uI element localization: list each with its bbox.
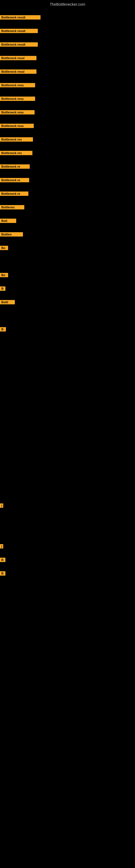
- site-title: TheBottlenecker.com: [0, 0, 135, 8]
- bottleneck-result-label: Bottleneck resu: [0, 124, 34, 128]
- bottleneck-result-label: |: [0, 503, 3, 508]
- bottleneck-badge-6: Bottleneck resu: [0, 83, 35, 88]
- bottleneck-badge-13: Bottleneck re: [0, 178, 29, 183]
- bottleneck-badge-16: Bott: [0, 219, 16, 224]
- bottleneck-badge-4: Bottleneck resul: [0, 56, 37, 61]
- bottleneck-badge-19: Bo: [0, 273, 8, 278]
- bottleneck-result-label: Bottleneck resul: [0, 69, 37, 74]
- bottleneck-badge-1: Bottleneck result: [0, 15, 41, 21]
- bottleneck-result-label: B: [0, 558, 5, 562]
- bottleneck-result-label: Bottleneck result: [0, 42, 38, 46]
- bottleneck-result-label: Bottlenec: [0, 205, 24, 209]
- bottleneck-badge-3: Bottleneck result: [0, 42, 38, 48]
- bottleneck-result-label: Bottleneck res: [0, 137, 33, 142]
- bottleneck-badge-24: |: [0, 544, 3, 550]
- bottleneck-badge-20: B: [0, 286, 5, 292]
- bottleneck-result-label: Bo: [0, 246, 8, 250]
- bottleneck-badge-8: Bottleneck resu: [0, 110, 35, 116]
- bottleneck-badge-25: B: [0, 558, 5, 563]
- bottleneck-badge-14: Bottleneck re: [0, 191, 28, 197]
- bottleneck-result-label: Bottlen: [0, 232, 23, 237]
- bottleneck-result-label: |: [0, 544, 3, 549]
- bottleneck-badge-11: Bottleneck res: [0, 151, 32, 156]
- bottleneck-result-label: B: [0, 571, 5, 576]
- bottleneck-result-label: B: [0, 327, 6, 332]
- bottleneck-result-label: Bottleneck resu: [0, 97, 35, 101]
- bottleneck-badge-5: Bottleneck resul: [0, 69, 37, 75]
- bottleneck-result-label: Bott: [0, 219, 16, 223]
- bottleneck-badge-15: Bottlenec: [0, 205, 24, 211]
- bottleneck-result-label: Bottleneck re: [0, 178, 29, 182]
- bottleneck-result-label: Bottleneck re: [0, 164, 30, 169]
- bottleneck-result-label: Bottleneck result: [0, 15, 41, 20]
- bottleneck-result-label: B: [0, 286, 5, 291]
- bottleneck-badge-12: Bottleneck re: [0, 164, 30, 170]
- bottleneck-result-label: Bottleneck result: [0, 29, 38, 33]
- bottleneck-result-label: Bottleneck resu: [0, 83, 35, 87]
- bottleneck-badge-2: Bottleneck result: [0, 29, 38, 34]
- bottleneck-result-label: Bottleneck resul: [0, 56, 37, 60]
- bottleneck-badge-7: Bottleneck resu: [0, 97, 35, 102]
- bottleneck-result-label: Bottl: [0, 300, 15, 304]
- bottleneck-badge-18: Bo: [0, 246, 8, 251]
- bottleneck-badge-9: Bottleneck resu: [0, 124, 34, 129]
- bottleneck-badge-10: Bottleneck res: [0, 137, 33, 143]
- bottleneck-result-label: Bottleneck res: [0, 151, 32, 155]
- bottleneck-result-label: Bottleneck resu: [0, 110, 35, 115]
- bottleneck-result-label: Bottleneck re: [0, 191, 28, 196]
- bottleneck-badge-17: Bottlen: [0, 232, 23, 238]
- bottleneck-badge-22: B: [0, 327, 6, 333]
- bottleneck-badge-26: B: [0, 571, 5, 577]
- bottleneck-badge-23: |: [0, 503, 3, 509]
- bottleneck-result-label: Bo: [0, 273, 8, 277]
- bottleneck-badge-21: Bottl: [0, 300, 15, 305]
